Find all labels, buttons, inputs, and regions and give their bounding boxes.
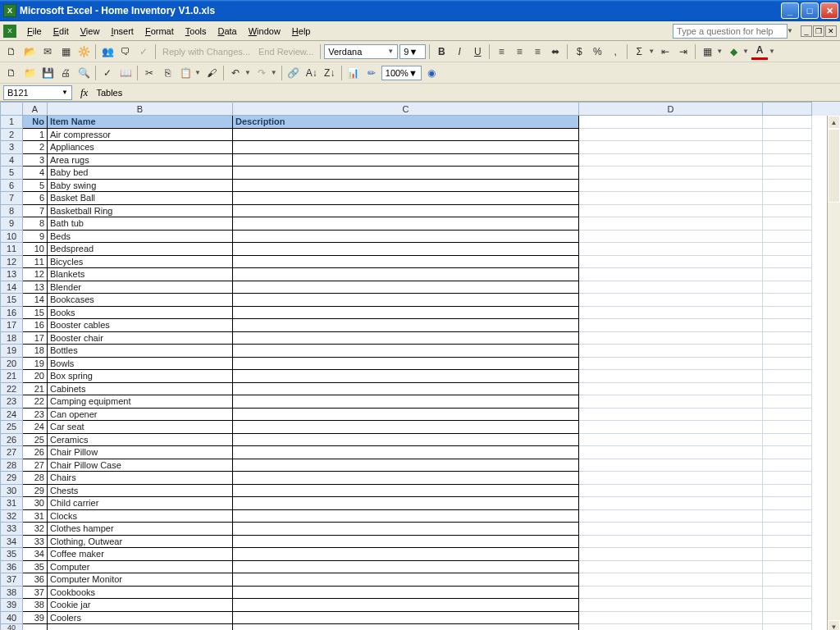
cell[interactable] [579, 459, 763, 472]
cell[interactable]: 13 [23, 281, 48, 294]
window-close-button[interactable]: ✕ [820, 2, 838, 19]
drawing-icon[interactable]: ✏ [363, 65, 380, 81]
row-header[interactable]: 31 [0, 497, 23, 510]
cell[interactable] [763, 497, 812, 510]
cell[interactable] [579, 217, 763, 231]
cell[interactable] [579, 141, 763, 154]
cell[interactable] [233, 332, 579, 345]
column-header-blank[interactable] [763, 102, 812, 116]
font-name-combo[interactable]: Verdana ▼ [324, 44, 398, 59]
cell[interactable] [579, 536, 763, 549]
new-workbook-icon[interactable]: 🗋 [3, 43, 20, 60]
cell[interactable] [579, 332, 763, 345]
cell[interactable] [233, 409, 579, 422]
cell[interactable]: Cookie jar [48, 599, 233, 612]
window-maximize-button[interactable]: □ [801, 2, 819, 19]
chart-icon[interactable]: 📊 [345, 65, 362, 81]
sort-desc-icon[interactable]: Z↓ [322, 65, 338, 81]
cell[interactable]: Chair Pillow Case [48, 459, 233, 472]
cell[interactable]: Air compressor [48, 129, 233, 142]
cell[interactable]: 3 [23, 154, 48, 167]
cell[interactable] [579, 319, 763, 332]
cell[interactable]: Blender [48, 281, 233, 294]
currency-icon[interactable]: $ [571, 43, 587, 60]
cell[interactable]: 38 [23, 599, 48, 612]
row-header[interactable]: 39 [0, 599, 23, 612]
cell[interactable]: Camping equipment [48, 395, 233, 409]
column-header-C[interactable]: C [233, 102, 579, 116]
cell[interactable]: Beds [48, 231, 233, 244]
cell[interactable] [233, 472, 579, 485]
cell[interactable]: 35 [23, 561, 48, 574]
cell[interactable] [763, 294, 812, 307]
cell[interactable] [763, 217, 812, 231]
cell[interactable] [233, 510, 579, 523]
row-header[interactable]: 9 [0, 217, 23, 231]
cell[interactable] [579, 409, 763, 422]
chevron-down-icon[interactable]: ▼ [715, 48, 724, 55]
cell[interactable] [233, 141, 579, 154]
open-icon[interactable]: 📂 [21, 43, 38, 60]
chevron-down-icon[interactable]: ▼ [647, 48, 655, 55]
italic-icon[interactable]: I [451, 43, 468, 60]
cell[interactable] [233, 129, 579, 142]
cell[interactable]: 30 [23, 497, 48, 510]
cell[interactable] [233, 192, 579, 205]
cell[interactable] [579, 497, 763, 510]
cell[interactable]: 14 [23, 294, 48, 307]
cell[interactable]: Can opener [48, 409, 233, 422]
cell[interactable]: 32 [23, 523, 48, 536]
cell[interactable]: 33 [23, 536, 48, 549]
cell[interactable] [579, 510, 763, 523]
cell[interactable]: 1 [23, 129, 48, 142]
cell[interactable] [579, 612, 763, 625]
cell[interactable] [579, 180, 763, 193]
cell[interactable] [579, 154, 763, 167]
cell[interactable]: 34 [23, 548, 48, 561]
cell[interactable] [233, 281, 579, 294]
cell[interactable]: Bicycles [48, 256, 233, 269]
cell[interactable]: Ceramics [48, 434, 233, 447]
cell[interactable] [763, 319, 812, 332]
cell[interactable]: Bottles [48, 345, 233, 358]
cell[interactable] [579, 294, 763, 307]
row-header[interactable]: 3 [0, 141, 23, 154]
cell[interactable] [579, 370, 763, 383]
cell[interactable] [579, 281, 763, 294]
row-header[interactable]: 13 [0, 268, 23, 281]
cell[interactable] [579, 167, 763, 180]
cell[interactable]: Area rugs [48, 154, 233, 167]
spelling-icon[interactable]: ✓ [99, 65, 116, 81]
cell[interactable] [579, 523, 763, 536]
cell[interactable]: Clocks [48, 510, 233, 523]
row-header[interactable]: 11 [0, 243, 23, 256]
row-header[interactable]: 22 [0, 383, 23, 396]
cell[interactable] [233, 434, 579, 447]
cell[interactable]: Box spring [48, 370, 233, 383]
cell[interactable] [233, 599, 579, 612]
underline-icon[interactable]: U [469, 43, 486, 60]
fill-color-icon[interactable]: ◆ [725, 43, 742, 60]
cell[interactable] [233, 345, 579, 358]
help-icon[interactable]: ◉ [423, 65, 440, 81]
row-header[interactable]: 26 [0, 434, 23, 447]
chevron-down-icon[interactable]: ▼ [768, 48, 776, 55]
name-box[interactable]: B121 ▼ [3, 85, 72, 100]
cell[interactable] [233, 485, 579, 498]
cell[interactable] [579, 243, 763, 256]
cell[interactable] [763, 409, 812, 422]
cell[interactable]: Clothes hamper [48, 523, 233, 536]
cell[interactable]: 9 [23, 231, 48, 244]
cell[interactable]: 17 [23, 332, 48, 345]
cell[interactable] [233, 587, 579, 600]
cell[interactable] [763, 307, 812, 320]
cell[interactable] [763, 129, 812, 142]
menu-window[interactable]: Window [243, 25, 286, 38]
cell[interactable] [233, 548, 579, 561]
cell[interactable] [579, 307, 763, 320]
cell[interactable] [579, 587, 763, 600]
cell[interactable] [763, 612, 812, 625]
cell[interactable] [579, 268, 763, 281]
cell[interactable]: 10 [23, 243, 48, 256]
cell[interactable]: 23 [23, 409, 48, 422]
